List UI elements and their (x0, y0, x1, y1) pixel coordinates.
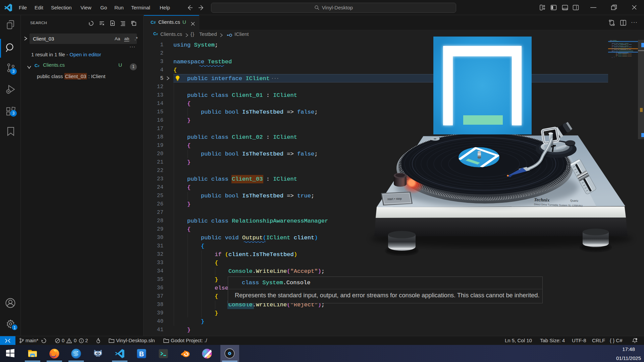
svg-text:Quartz: Quartz (570, 199, 578, 202)
svg-text:start • stop: start • stop (387, 197, 402, 201)
svg-text:Technix: Technix (534, 197, 550, 203)
svg-text:B: B (139, 350, 144, 358)
